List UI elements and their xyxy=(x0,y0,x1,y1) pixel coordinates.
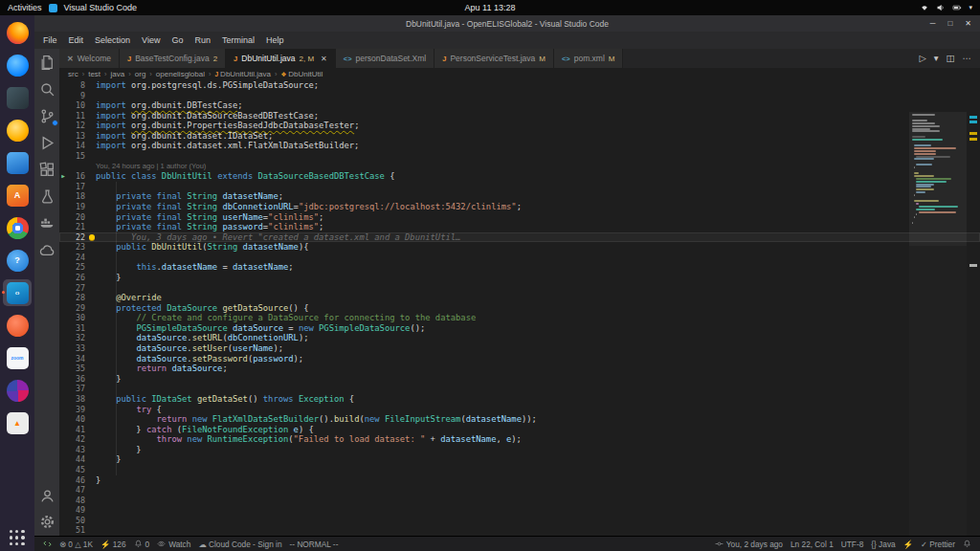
menu-selection[interactable]: Selection xyxy=(89,35,136,45)
status-cursor-position[interactable]: Ln 22, Col 1 xyxy=(787,537,837,551)
code-line-32[interactable]: 32 dataSource.setURL(dbConnetionURL); xyxy=(59,333,980,343)
tab-welcome[interactable]: ✕Welcome xyxy=(59,49,120,68)
menu-file[interactable]: File xyxy=(37,35,63,45)
breadcrumb-src[interactable]: src xyxy=(68,70,78,78)
minimize-button[interactable]: ─ xyxy=(930,19,936,28)
code-line-17[interactable]: 17 xyxy=(59,182,980,192)
status-language-status[interactable]: ⚡ xyxy=(900,537,917,551)
system-tray[interactable]: ▾ xyxy=(920,3,972,12)
code-line-48[interactable]: 48 xyxy=(59,496,980,506)
code-line-16[interactable]: ▶16public class DbUnitUtil extends DataS… xyxy=(59,171,980,182)
menu-view[interactable]: View xyxy=(136,35,166,45)
run-icon[interactable]: ▷ xyxy=(919,49,925,68)
run-debug-icon[interactable] xyxy=(39,135,56,151)
code-line-47[interactable]: 47 xyxy=(59,485,980,496)
breadcrumb-dbunitutil[interactable]: ❖DbUnitUtil xyxy=(281,70,323,78)
dock-games[interactable] xyxy=(3,377,32,404)
code-line-46[interactable]: 46} xyxy=(59,475,980,486)
code-line-44[interactable]: 44 } xyxy=(59,454,980,465)
dock-help[interactable]: ? xyxy=(3,247,32,274)
status-ports[interactable]: ⚡ 126 xyxy=(97,537,130,551)
code-line-9[interactable]: 9 xyxy=(59,91,980,101)
breadcrumb-dbunitutil-java[interactable]: JDbUnitUtil.java xyxy=(214,70,271,78)
code-line-11[interactable]: 11import org.dbunit.DataSourceBasedDBTes… xyxy=(59,111,980,121)
status-problems[interactable]: ⊗ 0 △ 1K xyxy=(56,537,97,551)
dock-vlc[interactable]: ▲ xyxy=(3,409,32,436)
source-control-icon[interactable] xyxy=(39,108,56,124)
code-line-24[interactable]: 24 xyxy=(59,253,980,263)
status-git-blame[interactable]: You, 2 days ago xyxy=(711,537,787,551)
code-line-49[interactable]: 49 xyxy=(59,505,980,516)
activities-button[interactable]: Activities xyxy=(8,3,42,12)
extensions-icon[interactable] xyxy=(39,162,56,178)
code-line-34[interactable]: 34 dataSource.setPassword(password); xyxy=(59,354,980,364)
dock-ubuntu-software[interactable]: A xyxy=(3,182,32,209)
tab-close-icon[interactable]: ✕ xyxy=(321,55,327,63)
dock-zoom[interactable]: zoom xyxy=(3,344,32,371)
run-dropdown-icon[interactable]: ▾ xyxy=(934,49,939,68)
code-line-27[interactable]: 27 xyxy=(59,283,980,294)
status-remote-indicator[interactable] xyxy=(39,537,56,551)
status-vim-mode[interactable]: -- NORMAL -- xyxy=(286,537,343,551)
menu-run[interactable]: Run xyxy=(189,35,216,45)
settings-icon[interactable] xyxy=(39,514,56,530)
more-actions-icon[interactable]: ⋯ xyxy=(963,49,972,68)
code-line-45[interactable]: 45 xyxy=(59,465,980,475)
status-watch[interactable]: Watch xyxy=(153,537,194,551)
close-button[interactable]: ✕ xyxy=(965,19,971,28)
code-line-36[interactable]: 36 } xyxy=(59,374,980,385)
status-language-mode[interactable]: {} Java xyxy=(867,537,899,551)
lightbulb-icon[interactable] xyxy=(89,234,95,240)
code-line-25[interactable]: 25 this.datasetName = datasetName; xyxy=(59,262,980,273)
cloud-code-icon[interactable] xyxy=(39,242,56,258)
code-line-26[interactable]: 26 } xyxy=(59,273,980,283)
code-line-15[interactable]: 15 xyxy=(59,151,980,162)
dock-rhythmbox[interactable] xyxy=(3,312,32,339)
docker-icon[interactable] xyxy=(39,215,56,231)
menu-edit[interactable]: Edit xyxy=(63,35,90,45)
code-line-29[interactable]: 29 protected DataSource getDataSource() … xyxy=(59,303,980,314)
code-line-13[interactable]: 13import org.dbunit.dataset.IDataSet; xyxy=(59,131,980,142)
code-line-12[interactable]: 12import org.dbunit.PropertiesBasedJdbcD… xyxy=(59,121,980,131)
code-line-41[interactable]: 41 } catch (FileNotFoundException e) { xyxy=(59,425,980,435)
code-line-38[interactable]: 38 public IDataSet getDataSet() throws E… xyxy=(59,394,980,405)
clock[interactable]: Apu 11 13:28 xyxy=(465,3,516,12)
menu-go[interactable]: Go xyxy=(166,35,189,45)
dock-shotwell[interactable] xyxy=(3,117,32,143)
status-alerts[interactable]: 0 xyxy=(130,537,154,551)
split-editor-icon[interactable]: ◫ xyxy=(947,49,955,68)
menu-terminal[interactable]: Terminal xyxy=(216,35,260,45)
status-encoding[interactable]: UTF-8 xyxy=(837,537,868,551)
dock-libreoffice-writer[interactable] xyxy=(3,149,32,176)
code-line-42[interactable]: 42 throw new RuntimeException("Failed to… xyxy=(59,434,980,445)
code-line-28[interactable]: 28 @Override xyxy=(59,293,980,303)
dock-thunderbird[interactable] xyxy=(3,52,32,78)
account-icon[interactable] xyxy=(39,488,56,504)
code-line-30[interactable]: 30 // Create and configure a DataSource … xyxy=(59,313,980,323)
dock-firefox[interactable] xyxy=(3,19,32,46)
breadcrumb-java[interactable]: java xyxy=(111,70,125,78)
status-notifications[interactable] xyxy=(959,537,975,551)
code-line-20[interactable]: 20 private final String userName="clinli… xyxy=(59,212,980,223)
tab-dbunitutil-java[interactable]: JDbUnitUtil.java2, M✕ xyxy=(226,49,336,68)
tab-persondataset-xml[interactable]: <>personDataSet.Xml xyxy=(336,49,434,68)
menu-help[interactable]: Help xyxy=(260,35,290,45)
code-line-50[interactable]: 50 xyxy=(59,516,980,526)
run-test-icon[interactable]: ▶ xyxy=(59,171,67,182)
testing-icon[interactable] xyxy=(39,188,56,205)
code-line-19[interactable]: 19 private final String dbConnetionURL="… xyxy=(59,202,980,212)
overview-ruler[interactable] xyxy=(967,112,980,536)
dock-geary-mail[interactable] xyxy=(3,84,32,111)
code-line-40[interactable]: 40 return new FlatXmlDataSetBuilder().bu… xyxy=(59,414,980,425)
code-line-10[interactable]: 10import org.dbunit.DBTestCase; xyxy=(59,100,980,111)
code-line-8[interactable]: 8import org.postgresql.ds.PGSimpleDataSo… xyxy=(59,80,980,91)
breadcrumb-org[interactable]: org xyxy=(135,70,146,78)
breadcrumb-test[interactable]: test xyxy=(88,70,100,78)
search-icon[interactable] xyxy=(39,81,56,98)
dock-chrome[interactable] xyxy=(3,214,32,241)
code-line-43[interactable]: 43 } xyxy=(59,445,980,455)
maximize-button[interactable]: □ xyxy=(947,19,952,28)
codelens-blame[interactable]: You, 24 hours ago | 1 author (You) xyxy=(96,162,206,172)
tab-pom-xml[interactable]: <>pom.xmlM xyxy=(554,49,624,68)
code-line-39[interactable]: 39 try { xyxy=(59,405,980,415)
